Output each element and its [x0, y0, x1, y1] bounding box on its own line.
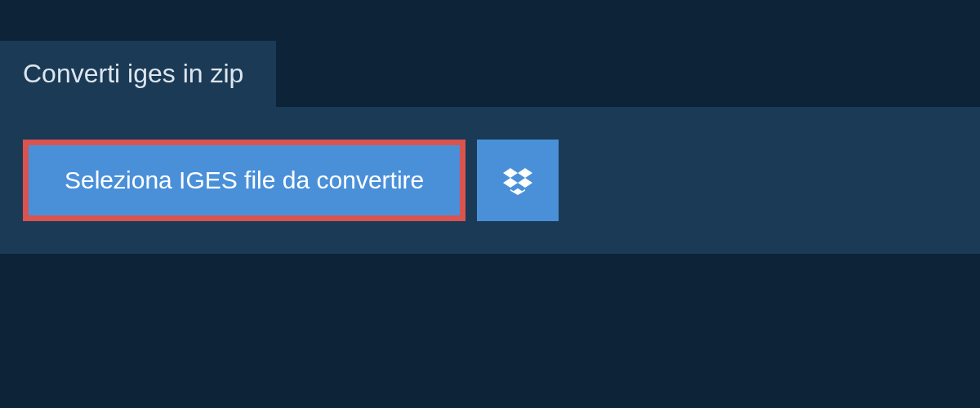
select-file-button[interactable]: Seleziona IGES file da convertire	[23, 140, 466, 221]
dropbox-button[interactable]	[477, 140, 559, 221]
dropbox-icon	[503, 166, 532, 195]
converter-panel: Seleziona IGES file da convertire	[0, 107, 980, 254]
select-file-label: Seleziona IGES file da convertire	[65, 168, 424, 193]
button-row: Seleziona IGES file da convertire	[23, 140, 957, 221]
tab-header: Converti iges in zip	[0, 41, 276, 107]
page-title: Converti iges in zip	[23, 59, 243, 89]
